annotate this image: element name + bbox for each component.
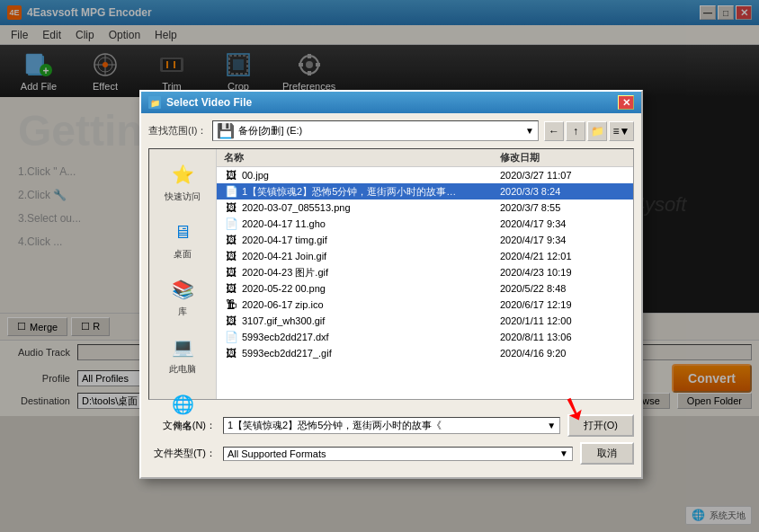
file-nav-panel: ⭐ 快速访问 🖥 桌面 📚 库 💻 此电脑 (149, 149, 217, 399)
col-name: 名称 (224, 151, 500, 164)
file-icon: 🖼 (224, 233, 238, 247)
dialog-icon: 📁 (148, 96, 161, 109)
select-video-dialog: 📁 Select Video File ✕ 查找范围(I)： 💾 备份[勿删] … (139, 90, 643, 479)
library-label: 库 (178, 306, 187, 318)
filename-input[interactable]: 1【笑镇惊魂2】恐怖5分钟，逛街两小时的故事《 ▼ (223, 417, 560, 434)
file-item-selected[interactable]: 📄1【笑镇惊魂2】恐怖5分钟，逛街两小时的故事《... 2020/3/3 8:2… (217, 183, 633, 200)
dialog-title-text: Select Video File (166, 96, 252, 109)
desktop-label: 桌面 (174, 248, 192, 261)
filetype-label: 文件类型(T)： (148, 447, 216, 460)
filetype-dropdown-icon: ▼ (559, 448, 568, 458)
file-item[interactable]: 🖼2020-05-22 00.png 2020/5/22 8:48 (217, 280, 633, 297)
file-item[interactable]: 🖼2020-04-23 图片.gif 2020/4/23 10:19 (217, 264, 633, 280)
dialog-close-button[interactable]: ✕ (618, 95, 634, 110)
nav-desktop[interactable]: 🖥 桌面 (153, 214, 212, 264)
file-list-header: 名称 修改日期 (217, 149, 633, 167)
view-button[interactable]: ≡▼ (609, 121, 634, 141)
file-icon: 🖼 (224, 281, 238, 296)
svg-text:📁: 📁 (150, 98, 161, 109)
back-button[interactable]: ← (544, 121, 564, 141)
filename-label: 文件名(N)： (148, 419, 216, 432)
quick-access-label: 快速访问 (165, 191, 201, 203)
filetype-select[interactable]: All Supported Formats ▼ (223, 447, 573, 461)
up-button[interactable]: ↑ (566, 121, 585, 141)
dialog-overlay: 📁 Select Video File ✕ 查找范围(I)： 💾 备份[勿删] … (0, 0, 759, 532)
look-in-label: 查找范围(I)： (148, 124, 207, 137)
file-item[interactable]: 🖼2020-04-21 Join.gif 2020/4/21 12:01 (217, 248, 633, 264)
file-browser: ⭐ 快速访问 🖥 桌面 📚 库 💻 此电脑 (148, 148, 634, 400)
nav-computer[interactable]: 💻 此电脑 (153, 329, 212, 379)
filename-dropdown-icon: ▼ (547, 421, 556, 430)
filetype-value: All Supported Formats (228, 448, 326, 459)
file-list: 🖼00.jpg 2020/3/27 11:07 📄1【笑镇惊魂2】恐怖5分钟，逛… (217, 167, 633, 361)
library-icon: 📚 (168, 275, 197, 304)
network-icon: 🌐 (168, 390, 197, 419)
file-icon: 🖼 (224, 168, 238, 182)
file-list-area[interactable]: 名称 修改日期 🖼00.jpg 2020/3/27 11:07 📄1【笑镇惊魂2… (217, 149, 633, 399)
dialog-toolbar-icons: ← ↑ 📁 ≡▼ (544, 121, 634, 141)
file-item[interactable]: 🖼3107.gif_wh300.gif 2020/1/11 12:00 (217, 313, 633, 329)
computer-label: 此电脑 (169, 363, 196, 376)
file-icon: 🗜 (224, 297, 238, 312)
filename-row: 文件名(N)： 1【笑镇惊魂2】恐怖5分钟，逛街两小时的故事《 ▼ 打开(O) (148, 414, 634, 437)
file-icon: 🖼 (224, 265, 238, 279)
nav-library[interactable]: 📚 库 (153, 271, 212, 322)
file-icon: 🖼 (224, 346, 238, 360)
filetype-row: 文件类型(T)： All Supported Formats ▼ 取消 (148, 442, 634, 465)
file-item[interactable]: 🖼00.jpg 2020/3/27 11:07 (217, 167, 633, 183)
open-button[interactable]: 打开(O) (567, 414, 634, 437)
look-in-bar: 查找范围(I)： 💾 备份[勿删] (E:) ▼ ← ↑ 📁 ≡▼ (148, 120, 634, 141)
file-item[interactable]: 🖼5993ecb2dd217_.gif 2020/4/16 9:20 (217, 345, 633, 361)
file-icon: 🖼 (224, 200, 238, 215)
file-icon: 📄 (224, 217, 238, 231)
file-icon: 🖼 (224, 249, 238, 263)
col-modified: 修改日期 (500, 151, 626, 164)
filename-value: 1【笑镇惊魂2】恐怖5分钟，逛街两小时的故事《 (228, 419, 442, 432)
cancel-button[interactable]: 取消 (580, 442, 634, 465)
look-in-value: 备份[勿删] (E:) (238, 124, 302, 137)
dialog-body: 查找范围(I)： 💾 备份[勿删] (E:) ▼ ← ↑ 📁 ≡▼ (141, 113, 641, 407)
file-item[interactable]: 📄2020-04-17 11.gho 2020/4/17 9:34 (217, 216, 633, 232)
desktop-icon: 🖥 (168, 217, 197, 246)
file-item[interactable]: 🗜2020-06-17 zip.ico 2020/6/17 12:19 (217, 297, 633, 313)
file-icon: 📄 (224, 330, 238, 344)
quick-access-icon: ⭐ (168, 160, 197, 189)
dialog-title-bar: 📁 Select Video File ✕ (141, 92, 641, 113)
look-in-select[interactable]: 💾 备份[勿删] (E:) ▼ (212, 120, 539, 141)
file-item[interactable]: 🖼2020-03-07_085513.png 2020/3/7 8:55 (217, 200, 633, 216)
file-icon: 🖼 (224, 314, 238, 328)
computer-icon: 💻 (168, 332, 197, 361)
file-item[interactable]: 📄5993ecb2dd217.dxf 2020/8/11 13:06 (217, 329, 633, 345)
file-item[interactable]: 🖼2020-04-17 timg.gif 2020/4/17 9:34 (217, 232, 633, 248)
file-icon: 📄 (224, 184, 238, 199)
nav-quick-access[interactable]: ⭐ 快速访问 (153, 156, 212, 207)
dialog-bottom: 文件名(N)： 1【笑镇惊魂2】恐怖5分钟，逛街两小时的故事《 ▼ 打开(O) … (141, 407, 641, 477)
new-folder-button[interactable]: 📁 (587, 121, 607, 141)
